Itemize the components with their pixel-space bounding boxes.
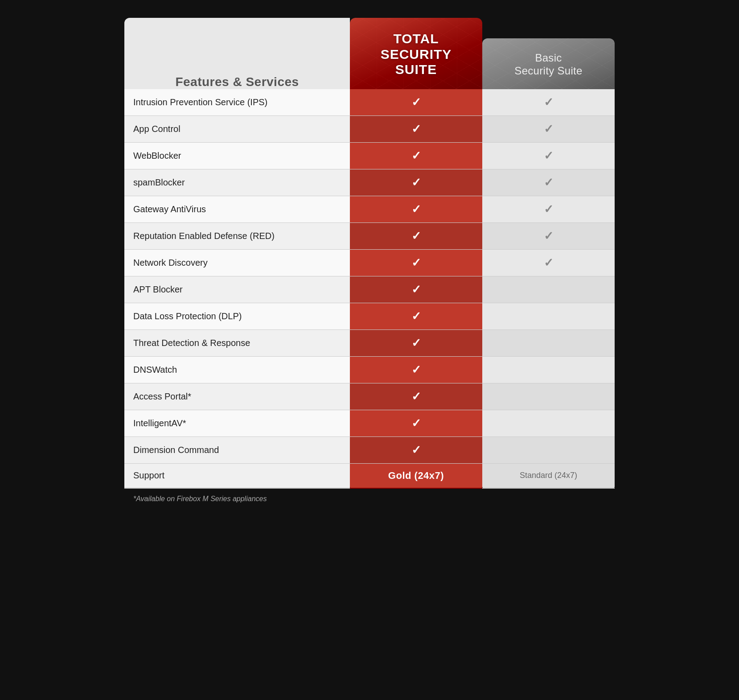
feature-cell: Access Portal* (124, 383, 350, 410)
total-cell: ✓ (350, 169, 482, 196)
total-cell: ✓ (350, 329, 482, 356)
total-cell: ✓ (350, 436, 482, 463)
feature-cell: Intrusion Prevention Service (IPS) (124, 89, 350, 116)
support-total-value: Gold (24x7) (388, 470, 444, 481)
table-row: APT Blocker✓ (124, 276, 615, 303)
basic-header-text: Basic Security Suite (491, 52, 606, 78)
table-row: App Control✓✓ (124, 115, 615, 142)
feature-cell: Gateway AntiVirus (124, 196, 350, 222)
support-total-cell: Gold (24x7) (350, 463, 482, 488)
feature-cell: Data Loss Protection (DLP) (124, 303, 350, 329)
total-cell: ✓ (350, 222, 482, 249)
check-icon: ✓ (411, 149, 421, 163)
features-header-label: Features & Services (175, 75, 299, 89)
total-cell: ✓ (350, 276, 482, 303)
check-icon: ✓ (411, 202, 421, 216)
check-icon: ✓ (544, 176, 554, 189)
feature-cell: Network Discovery (124, 249, 350, 276)
basic-cell (482, 329, 615, 356)
table-row: IntelligentAV*✓ (124, 410, 615, 436)
check-icon: ✓ (544, 256, 554, 270)
basic-cell (482, 356, 615, 383)
footnote-cell: *Available on Firebox M Series appliance… (124, 488, 615, 503)
check-icon: ✓ (411, 283, 421, 296)
total-cell: ✓ (350, 89, 482, 116)
feature-cell: Reputation Enabled Defense (RED) (124, 222, 350, 249)
feature-cell: WebBlocker (124, 142, 350, 169)
table-row: Network Discovery✓✓ (124, 249, 615, 276)
table-body: Intrusion Prevention Service (IPS)✓✓App … (124, 89, 615, 464)
basic-cell: ✓ (482, 115, 615, 142)
check-icon: ✓ (544, 122, 554, 136)
features-header: Features & Services (124, 18, 350, 89)
basic-cell: ✓ (482, 222, 615, 249)
check-icon: ✓ (544, 202, 554, 216)
feature-cell: Dimension Command (124, 436, 350, 463)
feature-cell: App Control (124, 115, 350, 142)
table-row: Intrusion Prevention Service (IPS)✓✓ (124, 89, 615, 116)
support-feature-cell: Support (124, 463, 350, 488)
total-cell: ✓ (350, 249, 482, 276)
check-icon: ✓ (411, 416, 421, 430)
table-row: Data Loss Protection (DLP)✓ (124, 303, 615, 329)
basic-header-inner: Basic Security Suite (482, 38, 615, 89)
total-cell: ✓ (350, 142, 482, 169)
comparison-wrapper: Features & Services TOTAL SECURITY SUITE… (124, 18, 615, 503)
check-icon: ✓ (411, 95, 421, 109)
total-cell: ✓ (350, 303, 482, 329)
basic-cell (482, 303, 615, 329)
total-cell: ✓ (350, 383, 482, 410)
check-icon: ✓ (544, 229, 554, 243)
total-cell: ✓ (350, 356, 482, 383)
check-icon: ✓ (411, 336, 421, 350)
basic-cell: ✓ (482, 249, 615, 276)
total-header-inner: TOTAL SECURITY SUITE (350, 18, 482, 89)
feature-cell: IntelligentAV* (124, 410, 350, 436)
check-icon: ✓ (411, 176, 421, 189)
basic-cell (482, 383, 615, 410)
table-row: DNSWatch✓ (124, 356, 615, 383)
feature-cell: spamBlocker (124, 169, 350, 196)
check-icon: ✓ (411, 390, 421, 404)
total-cell: ✓ (350, 410, 482, 436)
table-row: spamBlocker✓✓ (124, 169, 615, 196)
check-icon: ✓ (411, 256, 421, 270)
basic-cell (482, 276, 615, 303)
check-icon: ✓ (411, 443, 421, 457)
total-cell: ✓ (350, 115, 482, 142)
basic-cell (482, 436, 615, 463)
check-icon: ✓ (544, 95, 554, 109)
check-icon: ✓ (544, 149, 554, 163)
feature-cell: Threat Detection & Response (124, 329, 350, 356)
feature-cell: APT Blocker (124, 276, 350, 303)
basic-cell: ✓ (482, 169, 615, 196)
support-basic-cell: Standard (24x7) (482, 463, 615, 488)
table-row: Threat Detection & Response✓ (124, 329, 615, 356)
check-icon: ✓ (411, 309, 421, 323)
basic-header: Basic Security Suite (482, 18, 615, 89)
check-icon: ✓ (411, 363, 421, 377)
footnote-row: *Available on Firebox M Series appliance… (124, 488, 615, 503)
table-row: Access Portal*✓ (124, 383, 615, 410)
support-row: Support Gold (24x7) Standard (24x7) (124, 463, 615, 488)
feature-cell: DNSWatch (124, 356, 350, 383)
check-icon: ✓ (411, 122, 421, 136)
footnote-text: *Available on Firebox M Series appliance… (133, 495, 267, 502)
table-row: Dimension Command✓ (124, 436, 615, 463)
check-icon: ✓ (411, 229, 421, 243)
comparison-table: Features & Services TOTAL SECURITY SUITE… (124, 18, 615, 503)
basic-cell: ✓ (482, 142, 615, 169)
support-basic-value: Standard (24x7) (520, 471, 577, 480)
table-row: Reputation Enabled Defense (RED)✓✓ (124, 222, 615, 249)
header-row: Features & Services TOTAL SECURITY SUITE… (124, 18, 615, 89)
total-header: TOTAL SECURITY SUITE (350, 18, 482, 89)
basic-cell (482, 410, 615, 436)
table-row: Gateway AntiVirus✓✓ (124, 196, 615, 222)
basic-cell: ✓ (482, 89, 615, 116)
table-row: WebBlocker✓✓ (124, 142, 615, 169)
total-cell: ✓ (350, 196, 482, 222)
total-header-text: TOTAL SECURITY SUITE (359, 31, 473, 78)
basic-cell: ✓ (482, 196, 615, 222)
